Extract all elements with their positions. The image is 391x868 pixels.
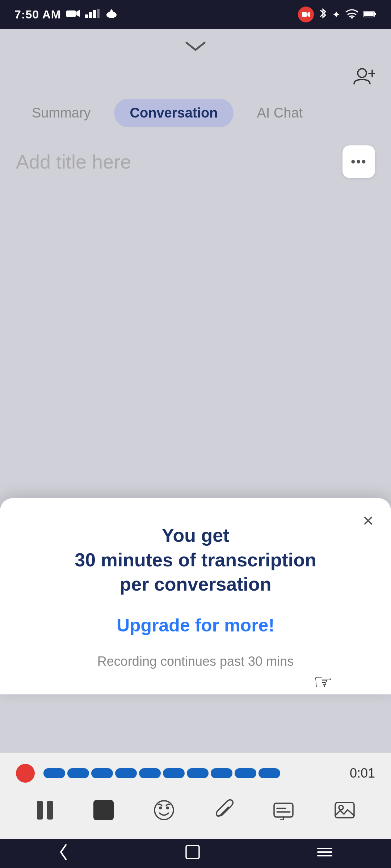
svg-point-20 [159, 807, 162, 809]
image-button[interactable] [330, 797, 359, 824]
stop-button[interactable] [90, 796, 117, 824]
progress-seg-5 [139, 768, 161, 778]
upgrade-link[interactable]: Upgrade for more! [22, 615, 369, 636]
svg-marker-1 [76, 10, 80, 17]
rec-badge [298, 7, 314, 22]
svg-rect-4 [93, 10, 96, 18]
svg-point-26 [339, 805, 343, 810]
status-left: 7:50 AM [14, 8, 118, 21]
cloud-upload-icon [105, 8, 118, 21]
add-person-button[interactable] [353, 67, 375, 88]
progress-seg-9 [235, 768, 256, 778]
tabs-container: Summary Conversation AI Chat [0, 92, 391, 135]
tab-ai-chat[interactable]: AI Chat [241, 99, 319, 127]
cursor-hand-icon: ☞ [314, 669, 333, 694]
svg-rect-0 [66, 10, 76, 17]
status-bar: 7:50 AM [0, 0, 391, 29]
svg-rect-17 [37, 801, 43, 820]
signal-bars-icon [85, 9, 100, 21]
svg-rect-25 [335, 803, 354, 818]
nav-menu-button[interactable] [306, 842, 344, 865]
tab-summary[interactable]: Summary [16, 99, 107, 127]
progress-seg-2 [67, 768, 89, 778]
modal-title: You get 30 minutes of transcription per … [22, 523, 369, 597]
progress-seg-8 [211, 768, 232, 778]
sparkle-icon: ✦ [332, 9, 340, 21]
stop-square-icon [93, 800, 114, 820]
tab-conversation[interactable]: Conversation [114, 99, 234, 127]
modal-footer-text: Recording continues past 30 mins [22, 654, 369, 673]
svg-rect-2 [85, 14, 88, 18]
chevron-down-icon[interactable] [183, 39, 208, 56]
svg-rect-27 [186, 846, 199, 859]
title-area: Add title here ••• [0, 135, 391, 189]
progress-seg-6 [163, 768, 185, 778]
svg-marker-9 [307, 12, 310, 17]
modal-overlay: × You get 30 minutes of transcription pe… [0, 498, 391, 694]
status-right: ✦ [298, 7, 377, 22]
progress-seg-10 [258, 768, 280, 778]
svg-rect-3 [89, 12, 92, 18]
rec-dot-icon [16, 764, 35, 783]
svg-rect-18 [47, 801, 53, 820]
battery-icon [363, 9, 377, 20]
svg-point-19 [155, 801, 173, 820]
app-background: Summary Conversation AI Chat Add title h… [0, 29, 391, 839]
more-options-button[interactable]: ••• [342, 145, 375, 178]
svg-point-14 [358, 69, 366, 77]
bluetooth-icon [319, 7, 327, 22]
svg-rect-13 [374, 13, 376, 15]
svg-rect-8 [302, 12, 307, 17]
svg-rect-12 [364, 12, 374, 16]
svg-marker-7 [109, 9, 114, 13]
progress-seg-3 [91, 768, 113, 778]
progress-seg-4 [115, 768, 137, 778]
recording-bar: 0:01 [0, 753, 391, 839]
svg-rect-5 [97, 9, 100, 18]
drag-handle[interactable] [0, 29, 391, 63]
modal-close-button[interactable]: × [363, 511, 374, 530]
camera-icon [66, 9, 80, 21]
nav-home-button[interactable] [173, 840, 212, 867]
recording-progress-row: 0:01 [0, 753, 391, 790]
nav-bar [0, 839, 391, 868]
caption-button[interactable] [269, 797, 298, 824]
progress-seg-7 [187, 768, 209, 778]
recording-time: 0:01 [342, 766, 375, 781]
pause-button[interactable] [32, 796, 58, 825]
emoji-button[interactable] [150, 796, 178, 825]
svg-rect-22 [274, 803, 293, 817]
title-input[interactable]: Add title here [16, 150, 131, 173]
recording-controls [0, 790, 391, 839]
nav-back-button[interactable] [47, 839, 80, 868]
status-time: 7:50 AM [14, 8, 61, 21]
wifi-icon [345, 8, 358, 21]
progress-seg-1 [43, 768, 65, 778]
clip-button[interactable] [210, 796, 237, 825]
svg-point-21 [166, 807, 169, 809]
svg-point-10 [351, 17, 353, 18]
top-bar [0, 63, 391, 92]
progress-bar [43, 768, 334, 778]
